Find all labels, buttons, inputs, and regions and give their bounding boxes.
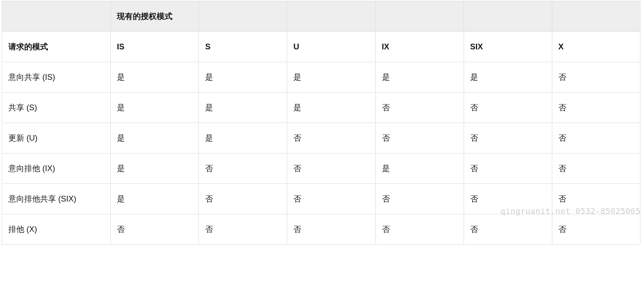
row-label: 排他 (X)	[2, 214, 111, 245]
row-label: 更新 (U)	[2, 123, 111, 153]
table-cell: 是	[464, 62, 552, 93]
header-cell	[375, 1, 464, 32]
lock-compatibility-table: 现有的授权模式 请求的模式ISSUIXSIXX意向共享 (IS)是是是是是否共享…	[2, 1, 640, 245]
header-cell	[2, 1, 111, 32]
table-cell: 否	[111, 214, 199, 245]
table-cell: 是	[111, 123, 199, 153]
header-cell	[464, 1, 552, 32]
table-cell: U	[287, 32, 375, 62]
table-cell: 否	[199, 184, 287, 214]
header-cell	[552, 1, 640, 32]
table-cell: 否	[552, 214, 640, 245]
row-label: 请求的模式	[2, 32, 111, 62]
table-cell: 否	[199, 214, 287, 245]
table-cell: 是	[375, 153, 464, 184]
header-cell	[199, 1, 287, 32]
row-label: 意向排他共享 (SIX)	[2, 184, 111, 214]
table-row: 意向排他共享 (SIX)是否否否否否	[2, 184, 640, 214]
table-cell: 否	[464, 214, 552, 245]
table-cell: 是	[111, 62, 199, 93]
table-row: 更新 (U)是是否否否否	[2, 123, 640, 153]
table-cell: 是	[287, 62, 375, 93]
table-cell: 否	[552, 62, 640, 93]
table-header-row: 现有的授权模式	[2, 1, 640, 32]
table-cell: 是	[111, 184, 199, 214]
table-cell: 否	[464, 93, 552, 123]
table-row: 请求的模式ISSUIXSIXX	[2, 32, 640, 62]
table-cell: 否	[287, 214, 375, 245]
table-cell: 是	[287, 93, 375, 123]
table-cell: S	[199, 32, 287, 62]
row-label: 意向共享 (IS)	[2, 62, 111, 93]
table-cell: 否	[375, 214, 464, 245]
table-cell: 否	[552, 153, 640, 184]
table-cell: 是	[199, 123, 287, 153]
table-cell: X	[552, 32, 640, 62]
table-row: 排他 (X)否否否否否否	[2, 214, 640, 245]
table-cell: 否	[375, 184, 464, 214]
table-cell: 否	[287, 153, 375, 184]
table-row: 意向排他 (IX)是否否是否否	[2, 153, 640, 184]
table-cell: 否	[287, 184, 375, 214]
table-row: 共享 (S)是是是否否否	[2, 93, 640, 123]
table-cell: 否	[552, 184, 640, 214]
table-cell: 否	[464, 153, 552, 184]
table-cell: IS	[111, 32, 199, 62]
table-cell: 是	[111, 153, 199, 184]
table-cell: 是	[199, 62, 287, 93]
table-cell: IX	[375, 32, 464, 62]
table-cell: 否	[375, 93, 464, 123]
table-cell: 否	[464, 123, 552, 153]
header-cell: 现有的授权模式	[111, 1, 199, 32]
header-cell	[287, 1, 375, 32]
table-cell: 否	[464, 184, 552, 214]
table-cell: 是	[375, 62, 464, 93]
table-cell: 是	[111, 93, 199, 123]
table-cell: 是	[199, 93, 287, 123]
table-row: 意向共享 (IS)是是是是是否	[2, 62, 640, 93]
table-cell: 否	[552, 93, 640, 123]
table-cell: 否	[552, 123, 640, 153]
table-cell: 否	[287, 123, 375, 153]
table-cell: SIX	[464, 32, 552, 62]
row-label: 共享 (S)	[2, 93, 111, 123]
row-label: 意向排他 (IX)	[2, 153, 111, 184]
table-cell: 否	[375, 123, 464, 153]
table-cell: 否	[199, 153, 287, 184]
